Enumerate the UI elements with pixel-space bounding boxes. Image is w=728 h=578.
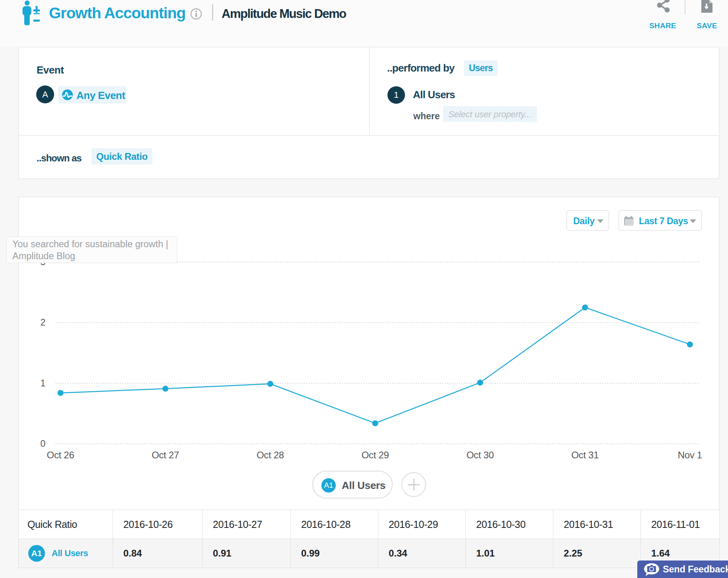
svg-text:2: 2 <box>41 317 46 328</box>
svg-text:Oct 28: Oct 28 <box>257 450 284 460</box>
svg-text:Oct 27: Oct 27 <box>152 450 179 460</box>
svg-text:Nov 1: Nov 1 <box>678 450 702 460</box>
svg-text:Oct 26: Oct 26 <box>47 450 74 460</box>
svg-text:Oct 31: Oct 31 <box>571 450 599 460</box>
svg-text:Oct 30: Oct 30 <box>466 450 494 460</box>
svg-text:Oct 29: Oct 29 <box>362 450 389 460</box>
svg-text:0: 0 <box>41 438 46 449</box>
svg-text:1: 1 <box>41 378 46 388</box>
